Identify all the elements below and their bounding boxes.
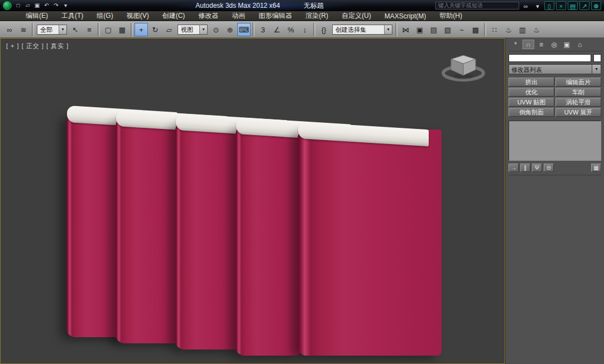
chevron-down-icon[interactable]: ▾ <box>384 25 392 34</box>
edit-named-selection-sets-icon[interactable]: {} <box>317 23 330 36</box>
quick-access-dropdown-icon[interactable]: ▾ <box>61 1 70 9</box>
menu-modifiers[interactable]: 修改器 <box>198 11 218 21</box>
menu-bar: 编辑(E)工具(T)组(G)视图(V)创建(C)修改器动画图形编辑器渲染(R)自… <box>0 11 604 21</box>
spinner-snap-icon[interactable]: ↕ <box>298 23 311 36</box>
book-2[interactable] <box>116 109 179 343</box>
window-crossing-toggle-icon[interactable]: ▦ <box>116 23 129 36</box>
menu-group[interactable]: 组(G) <box>97 11 113 21</box>
menu-customize[interactable]: 自定义(U) <box>342 11 371 21</box>
snaps-toggle-icon[interactable]: 3 <box>256 23 270 36</box>
open-file-icon[interactable]: ▱ <box>23 1 32 9</box>
remove-modifier-icon[interactable]: ⊖ <box>544 164 554 172</box>
keyboard-shortcut-override-icon[interactable]: ⌨ <box>237 23 251 36</box>
tab-motion[interactable]: ◎ <box>548 40 560 49</box>
book-cover <box>298 130 442 356</box>
command-panel: *∩≡◎▣⌂ 修改器列表 ▾ 挤出编辑面片优化车削UVW 贴图涡轮平滑倒角剖面U… <box>505 38 604 364</box>
menu-views[interactable]: 视图(V) <box>127 11 149 21</box>
tab-create[interactable]: * <box>510 40 521 49</box>
book-5[interactable] <box>298 122 442 356</box>
title-center: Autodesk 3ds Max 2012 x64 无标题 <box>167 0 352 11</box>
make-unique-icon[interactable]: Ψ <box>532 164 542 172</box>
menu-edit[interactable]: 编辑(E) <box>26 11 48 21</box>
select-and-rotate-icon[interactable]: ↻ <box>148 23 162 36</box>
viewcube[interactable] <box>438 51 489 88</box>
toolbar-separator <box>395 23 397 36</box>
app-exchange-icon[interactable]: ▤ <box>568 1 578 10</box>
object-name-input[interactable] <box>509 54 591 62</box>
reference-coordinate-system-dropdown[interactable]: 视图▾ <box>178 25 208 35</box>
pin-stack-icon[interactable]: → <box>509 164 519 172</box>
menu-create[interactable]: 创建(C) <box>162 11 185 21</box>
modifier-list-dropdown[interactable]: 修改器列表 ▾ <box>509 64 601 74</box>
infocenter-search-input[interactable] <box>435 2 519 9</box>
search-binoculars-icon[interactable]: ∞ <box>521 1 531 10</box>
toolbar-separator <box>131 23 133 36</box>
selection-filter-dropdown[interactable]: 全部▾ <box>37 25 67 35</box>
chevron-down-icon[interactable]: ▾ <box>59 25 66 34</box>
selection-filter-dropdown-label: 全部 <box>37 25 59 34</box>
select-and-link-icon[interactable]: ∞ <box>3 23 16 36</box>
tab-utilities[interactable]: ⌂ <box>574 40 586 49</box>
select-and-manipulate-icon[interactable]: ⊕ <box>223 23 237 36</box>
tab-hierarchy[interactable]: ≡ <box>535 40 547 49</box>
select-by-name-icon[interactable]: ≡ <box>83 23 96 36</box>
tab-display[interactable]: ▣ <box>561 40 573 49</box>
communication-center-icon[interactable]: ▯ <box>544 1 554 10</box>
tab-modify[interactable]: ∩ <box>522 40 534 49</box>
modifier-stack-list[interactable] <box>509 121 601 161</box>
modifier-turbosmooth-button[interactable]: 涡轮平滑 <box>555 98 601 107</box>
book-4[interactable] <box>236 117 300 356</box>
configure-modifier-sets-icon[interactable]: ▦ <box>591 164 601 172</box>
angle-snap-icon[interactable]: ∠ <box>270 23 284 36</box>
modifier-unwrap-uvw-button[interactable]: UVW 展开 <box>555 108 601 117</box>
share-icon[interactable]: ↗ <box>579 1 589 10</box>
save-file-icon[interactable]: ▣ <box>32 1 42 9</box>
modifier-extrude-button[interactable]: 挤出 <box>509 78 554 87</box>
named-selection-sets-dropdown[interactable]: 创建选择集▾ <box>332 25 392 35</box>
render-production-icon[interactable]: ♨ <box>530 23 543 36</box>
new-scene-icon[interactable]: □ <box>13 1 23 9</box>
close-infocenter-icon[interactable]: × <box>556 1 566 10</box>
show-end-result-icon[interactable]: ∥ <box>520 164 530 172</box>
layer-manager-icon[interactable]: ▤ <box>427 23 440 36</box>
menu-help[interactable]: 帮助(H) <box>439 11 462 21</box>
render-setup-icon[interactable]: ♨ <box>502 23 515 36</box>
menu-animation[interactable]: 动画 <box>232 11 245 21</box>
select-and-scale-icon[interactable]: ▱ <box>162 23 176 36</box>
rectangular-selection-region-icon[interactable]: ▢ <box>102 23 115 36</box>
menu-graph-editors[interactable]: 图形编辑器 <box>258 11 292 21</box>
modifier-uvw-map-button[interactable]: UVW 贴图 <box>509 98 554 107</box>
viewport-label[interactable]: [ + ] [ 正交 ] [ 真实 ] <box>6 42 69 50</box>
settings-gear-icon[interactable]: ☸ <box>591 1 601 10</box>
menu-maxscript[interactable]: MAXScript(M) <box>385 12 426 20</box>
search-dropdown-icon[interactable]: ▾ <box>533 1 543 10</box>
schematic-view-icon[interactable]: ▩ <box>469 23 482 36</box>
use-pivot-point-center-icon[interactable]: ⊙ <box>209 23 223 36</box>
modifier-button-grid: 挤出编辑面片优化车削UVW 贴图涡轮平滑倒角剖面UVW 展开 <box>509 78 601 117</box>
mirror-icon[interactable]: ⋈ <box>399 23 413 36</box>
material-editor-icon[interactable]: ∷ <box>488 23 501 36</box>
modifier-lathe-button[interactable]: 车削 <box>555 88 601 97</box>
percent-snap-icon[interactable]: % <box>284 23 298 36</box>
menu-tools[interactable]: 工具(T) <box>61 11 83 21</box>
select-and-move-icon[interactable]: + <box>135 23 148 36</box>
app-logo-icon[interactable] <box>3 1 12 10</box>
bind-to-space-warp-icon[interactable]: ≋ <box>17 23 30 36</box>
graphite-ribbon-icon[interactable]: ▧ <box>441 23 454 36</box>
modifier-bevel-profile-button[interactable]: 倒角剖面 <box>509 108 554 117</box>
undo-icon[interactable]: ↶ <box>42 1 51 9</box>
curve-editor-icon[interactable]: ~ <box>455 23 468 36</box>
select-object-icon[interactable]: ↖ <box>69 23 82 36</box>
align-icon[interactable]: ▣ <box>413 23 426 36</box>
chevron-down-icon[interactable]: ▾ <box>592 65 601 74</box>
viewport[interactable]: [ + ] [ 正交 ] [ 真实 ] <box>0 38 505 364</box>
rendered-frame-window-icon[interactable]: ▥ <box>516 23 529 36</box>
book-3[interactable] <box>175 113 239 349</box>
modifier-edit-patch-button[interactable]: 编辑面片 <box>555 78 601 87</box>
menu-rendering[interactable]: 渲染(R) <box>305 11 328 21</box>
toolbar-separator <box>313 23 315 36</box>
modifier-optimize-button[interactable]: 优化 <box>509 88 554 97</box>
chevron-down-icon[interactable]: ▾ <box>199 25 207 34</box>
redo-icon[interactable]: ↷ <box>51 1 61 9</box>
object-color-swatch[interactable] <box>593 54 601 62</box>
